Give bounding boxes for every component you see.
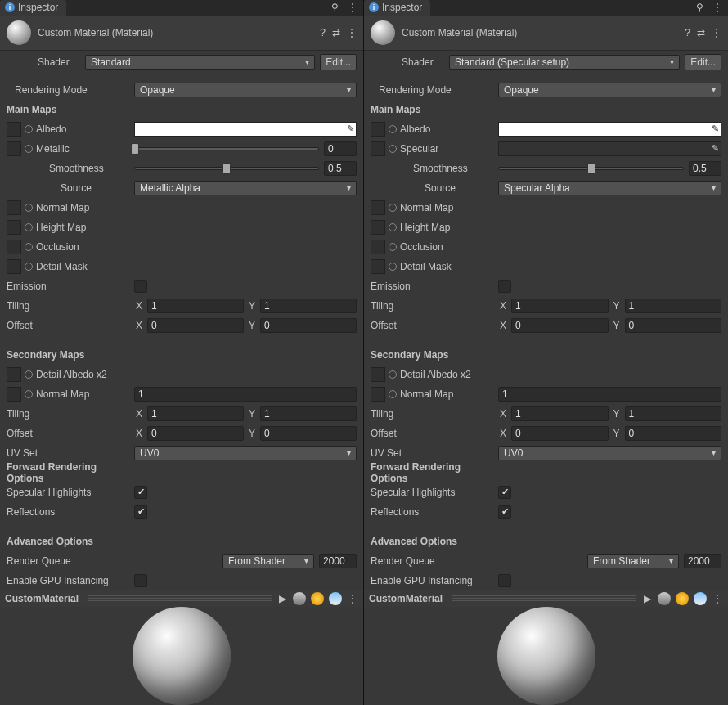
metallic-picker-icon[interactable] xyxy=(25,145,33,153)
tiling2-y-input[interactable]: 1 xyxy=(625,406,722,421)
metallic-slider[interactable] xyxy=(134,147,319,150)
albedo-texture-slot[interactable] xyxy=(371,122,385,137)
eyedropper-icon[interactable]: ✎ xyxy=(712,143,719,154)
play-icon[interactable]: ▶ xyxy=(276,593,288,604)
tiling2-x-input[interactable]: 1 xyxy=(511,406,609,421)
kebab-icon[interactable]: ⋮ xyxy=(347,27,357,38)
shader-dropdown[interactable]: Standard (Specular setup) xyxy=(449,55,680,70)
tab-inspector[interactable]: i Inspector xyxy=(364,0,430,16)
rendering-mode-dropdown[interactable]: Opaque xyxy=(498,83,721,97)
light-preview-icon[interactable] xyxy=(311,592,324,605)
smoothness-slider[interactable] xyxy=(498,167,684,170)
normal-map2-value[interactable]: 1 xyxy=(134,387,357,402)
preset-icon[interactable]: ⇄ xyxy=(697,27,705,38)
albedo-color-swatch[interactable]: ✎ xyxy=(498,122,721,137)
kebab-icon[interactable]: ⋮ xyxy=(347,2,358,13)
specular-highlights-checkbox[interactable] xyxy=(134,486,147,499)
uv-set-dropdown[interactable]: UV0 xyxy=(498,446,721,460)
detail-mask-picker-icon[interactable] xyxy=(389,263,397,271)
normal-map2-texture-slot[interactable] xyxy=(371,387,385,402)
offset-y-input[interactable]: 0 xyxy=(260,318,357,333)
albedo-color-swatch[interactable]: ✎ xyxy=(134,122,357,137)
detail-albedo-picker-icon[interactable] xyxy=(389,370,397,379)
source-dropdown[interactable]: Metallic Alpha xyxy=(134,181,357,195)
smoothness-slider[interactable] xyxy=(134,167,319,170)
height-map-picker-icon[interactable] xyxy=(25,223,33,231)
detail-albedo-picker-icon[interactable] xyxy=(25,370,33,379)
help-icon[interactable]: ? xyxy=(685,27,690,38)
sphere-preview-icon[interactable] xyxy=(658,592,671,605)
offset2-y-input[interactable]: 0 xyxy=(625,426,722,441)
occlusion-texture-slot[interactable] xyxy=(7,240,21,254)
detail-albedo-texture-slot[interactable] xyxy=(371,367,385,382)
specular-highlights-checkbox[interactable] xyxy=(498,486,511,499)
sky-preview-icon[interactable] xyxy=(694,592,707,605)
kebab-icon[interactable]: ⋮ xyxy=(712,593,723,604)
normal-map-texture-slot[interactable] xyxy=(7,200,21,215)
albedo-picker-icon[interactable] xyxy=(389,125,397,133)
material-preview[interactable] xyxy=(0,607,363,705)
lock-icon[interactable]: ⚲ xyxy=(694,2,705,13)
edit-button[interactable]: Edit... xyxy=(320,54,357,70)
render-queue-dropdown[interactable]: From Shader xyxy=(587,554,679,568)
sky-preview-icon[interactable] xyxy=(329,592,342,605)
tiling-x-input[interactable]: 1 xyxy=(147,299,244,313)
albedo-picker-icon[interactable] xyxy=(25,125,33,133)
height-map-texture-slot[interactable] xyxy=(371,220,385,235)
reflections-checkbox[interactable] xyxy=(134,505,147,519)
help-icon[interactable]: ? xyxy=(320,27,326,38)
detail-mask-picker-icon[interactable] xyxy=(25,263,33,271)
tiling-y-input[interactable]: 1 xyxy=(625,299,722,313)
normal-map2-texture-slot[interactable] xyxy=(7,387,21,402)
drag-grip-icon[interactable] xyxy=(88,595,272,602)
kebab-icon[interactable]: ⋮ xyxy=(712,2,723,13)
preset-icon[interactable]: ⇄ xyxy=(332,27,340,38)
offset-x-input[interactable]: 0 xyxy=(511,318,609,333)
kebab-icon[interactable]: ⋮ xyxy=(712,27,721,38)
eyedropper-icon[interactable]: ✎ xyxy=(712,123,719,134)
tab-inspector[interactable]: i Inspector xyxy=(0,0,66,16)
edit-button[interactable]: Edit... xyxy=(685,54,721,70)
detail-mask-texture-slot[interactable] xyxy=(371,259,385,274)
uv-set-dropdown[interactable]: UV0 xyxy=(134,446,357,460)
tiling-y-input[interactable]: 1 xyxy=(260,299,357,313)
tiling-x-input[interactable]: 1 xyxy=(511,299,609,313)
render-queue-dropdown[interactable]: From Shader xyxy=(222,554,314,568)
source-dropdown[interactable]: Specular Alpha xyxy=(498,181,721,195)
sphere-preview-icon[interactable] xyxy=(293,592,306,605)
offset-x-input[interactable]: 0 xyxy=(147,318,244,333)
render-queue-value[interactable]: 2000 xyxy=(684,554,721,568)
detail-mask-texture-slot[interactable] xyxy=(7,259,21,274)
offset2-x-input[interactable]: 0 xyxy=(511,426,609,441)
render-queue-value[interactable]: 2000 xyxy=(319,554,357,568)
height-map-picker-icon[interactable] xyxy=(389,223,397,231)
emission-checkbox[interactable] xyxy=(134,280,147,293)
tiling2-y-input[interactable]: 1 xyxy=(260,406,357,421)
normal-map-picker-icon[interactable] xyxy=(25,204,33,212)
offset-y-input[interactable]: 0 xyxy=(625,318,722,333)
lock-icon[interactable]: ⚲ xyxy=(329,2,340,13)
specular-color-swatch[interactable]: ✎ xyxy=(498,141,721,156)
gpu-instancing-checkbox[interactable] xyxy=(134,574,147,587)
light-preview-icon[interactable] xyxy=(676,592,689,605)
offset2-x-input[interactable]: 0 xyxy=(147,426,244,441)
detail-albedo-texture-slot[interactable] xyxy=(7,367,21,382)
shader-dropdown[interactable]: Standard xyxy=(85,55,315,70)
rendering-mode-dropdown[interactable]: Opaque xyxy=(134,83,357,97)
normal-map-texture-slot[interactable] xyxy=(371,200,385,215)
kebab-icon[interactable]: ⋮ xyxy=(347,593,358,604)
normal-map2-picker-icon[interactable] xyxy=(389,390,397,398)
offset2-y-input[interactable]: 0 xyxy=(260,426,357,441)
occlusion-texture-slot[interactable] xyxy=(371,240,385,254)
albedo-texture-slot[interactable] xyxy=(7,122,21,137)
normal-map2-picker-icon[interactable] xyxy=(25,390,33,398)
material-preview[interactable] xyxy=(364,607,728,705)
normal-map-picker-icon[interactable] xyxy=(389,204,397,212)
gpu-instancing-checkbox[interactable] xyxy=(498,574,511,587)
occlusion-picker-icon[interactable] xyxy=(389,243,397,251)
occlusion-picker-icon[interactable] xyxy=(25,243,33,251)
metallic-texture-slot[interactable] xyxy=(7,141,21,156)
specular-picker-icon[interactable] xyxy=(389,145,397,153)
play-icon[interactable]: ▶ xyxy=(641,593,653,604)
smoothness-value[interactable]: 0.5 xyxy=(324,161,357,176)
